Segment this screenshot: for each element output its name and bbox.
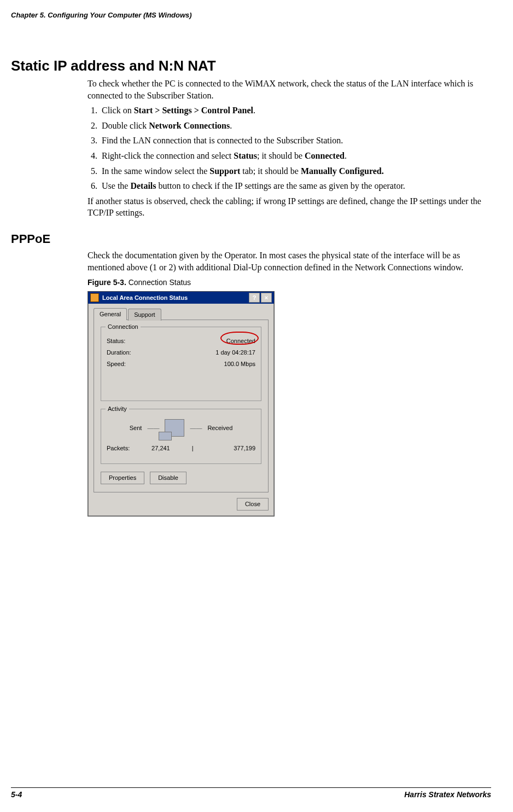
step-5-text-c: tab; it should be [240, 166, 301, 176]
figure-title: Connection Status [129, 278, 191, 287]
label-sent: Sent [130, 424, 142, 432]
group-connection: Connection Status: Connected Duration: 1… [101, 327, 261, 402]
tab-panel-general: Connection Status: Connected Duration: 1… [94, 320, 269, 492]
step-1: Click on Start > Settings > Control Pane… [100, 105, 486, 117]
page-number: 5-4 [11, 790, 22, 799]
dash-left-icon: —— [147, 424, 159, 432]
page-footer: 5-4 Harris Stratex Networks [11, 787, 491, 799]
step-4-text-c: ; it should be [257, 151, 305, 160]
after-steps-paragraph: If another status is observed, check the… [88, 195, 486, 219]
close-button[interactable]: Close [237, 498, 269, 511]
disable-button[interactable]: Disable [150, 472, 186, 484]
step-1-text-a: Click on [102, 106, 134, 115]
group-connection-label: Connection [106, 323, 141, 331]
label-speed: Speed: [107, 360, 126, 368]
step-5-bold-1: Support [209, 166, 240, 176]
step-4: Right-click the connection and select St… [100, 150, 486, 162]
step-2-text-c: . [230, 121, 232, 130]
step-2: Double click Network Connections. [100, 120, 486, 132]
value-packets-received: 377,199 [194, 444, 255, 453]
step-2-text-a: Double click [102, 121, 149, 130]
dialog-titlebar[interactable]: Local Area Connection Status ? × [88, 292, 274, 304]
tab-general[interactable]: General [94, 308, 127, 320]
footer-company: Harris Stratex Networks [404, 790, 491, 799]
network-computers-icon [165, 419, 184, 437]
properties-button[interactable]: Properties [101, 472, 144, 484]
step-5-bold-2: Manually Configured. [301, 166, 384, 176]
step-6: Use the Details button to check if the I… [100, 180, 486, 192]
step-6-bold: Details [130, 181, 156, 190]
pppoe-paragraph: Check the documentation given by the Ope… [88, 250, 486, 273]
step-3: Find the LAN connection that is connecte… [100, 135, 486, 147]
step-6-text-a: Use the [102, 181, 130, 190]
step-2-bold: Network Connections [149, 121, 230, 130]
figure-caption: Figure 5-3. Connection Status [88, 277, 486, 288]
step-1-text-c: . [253, 106, 255, 115]
highlight-circle-icon [220, 332, 259, 345]
close-x-button[interactable]: × [261, 293, 272, 303]
tab-strip: General Support [94, 308, 269, 320]
label-duration: Duration: [107, 349, 131, 357]
step-1-bold: Start > Settings > Control Panel [134, 106, 253, 115]
step-6-text-c: button to check if the IP settings are t… [156, 181, 405, 190]
intro-paragraph: To check whether the PC is connected to … [88, 78, 486, 101]
step-4-bold-1: Status [234, 151, 257, 160]
dialog-title: Local Area Connection Status [102, 294, 248, 302]
tab-support[interactable]: Support [128, 309, 161, 321]
label-received: Received [207, 424, 232, 432]
figure-label: Figure 5-3. [88, 278, 129, 287]
section-title-pppoe: PPPoE [11, 232, 491, 246]
dash-right-icon: —— [190, 424, 202, 432]
label-packets: Packets: [107, 444, 130, 453]
group-activity-label: Activity [106, 405, 129, 413]
label-status: Status: [107, 337, 125, 345]
running-header: Chapter 5. Configuring Your Computer (MS… [11, 11, 491, 19]
section-title-static-ip: Static IP address and N:N NAT [11, 57, 491, 74]
step-5: In the same window select the Support ta… [100, 165, 486, 177]
network-icon [90, 293, 99, 302]
group-activity: Activity Sent —— —— Received Packets: 27… [101, 409, 261, 464]
value-packets-sent: 27,241 [130, 444, 191, 453]
connection-status-dialog: Local Area Connection Status ? × General… [88, 291, 275, 517]
steps-list: Click on Start > Settings > Control Pane… [100, 105, 486, 192]
step-4-bold-2: Connected [305, 151, 345, 160]
help-button[interactable]: ? [249, 293, 260, 303]
step-5-text-a: In the same window select the [102, 166, 209, 176]
value-duration: 1 day 04:28:17 [215, 349, 255, 357]
value-speed: 100.0 Mbps [224, 360, 255, 368]
step-4-text-e: . [345, 151, 347, 160]
step-4-text-a: Right-click the connection and select [102, 151, 234, 160]
